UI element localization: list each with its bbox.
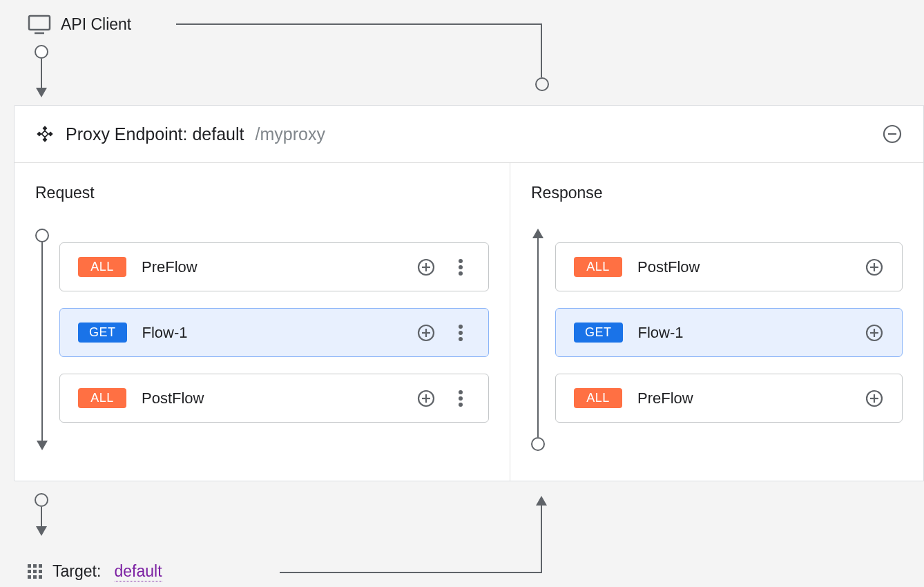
svg-marker-6 xyxy=(41,131,48,137)
request-heading: Request xyxy=(35,184,489,202)
svg-rect-40 xyxy=(33,570,37,573)
svg-rect-44 xyxy=(39,575,42,579)
add-step-button[interactable] xyxy=(416,323,436,343)
connector-endpoint-to-target xyxy=(35,493,48,541)
svg-point-14 xyxy=(459,271,463,276)
flow-label: Flow-1 xyxy=(142,324,188,342)
svg-rect-0 xyxy=(29,16,50,30)
flow-label: PostFlow xyxy=(142,389,204,407)
response-flow-item[interactable]: ALLPostFlow xyxy=(555,242,903,291)
svg-point-19 xyxy=(459,331,463,335)
svg-point-13 xyxy=(459,265,463,269)
svg-point-24 xyxy=(459,390,463,394)
svg-point-12 xyxy=(459,259,463,263)
endpoint-path: /myproxy xyxy=(256,124,325,144)
svg-point-26 xyxy=(459,403,463,407)
add-step-button[interactable] xyxy=(416,389,436,408)
flow-menu-button[interactable] xyxy=(451,323,470,343)
flow-label: PreFlow xyxy=(142,258,198,276)
connector-target-to-response xyxy=(280,497,542,577)
svg-rect-38 xyxy=(39,564,42,568)
flow-label: PostFlow xyxy=(637,258,700,276)
flow-label: Flow-1 xyxy=(638,324,684,342)
flow-method-tag: ALL xyxy=(78,257,126,277)
svg-rect-37 xyxy=(33,564,37,568)
request-flow-item[interactable]: GETFlow-1 xyxy=(59,308,489,357)
target-row: Target: default xyxy=(28,562,162,581)
flow-method-tag: GET xyxy=(574,323,623,343)
flow-method-tag: ALL xyxy=(78,388,126,408)
response-flow-item[interactable]: ALLPreFlow xyxy=(555,374,903,423)
svg-point-20 xyxy=(459,337,463,341)
flow-method-tag: ALL xyxy=(574,257,622,277)
response-panel: Response ALLPostFlowGETFlow-1ALLPreFlow xyxy=(510,163,923,481)
flow-menu-button[interactable] xyxy=(451,389,470,408)
response-flow-item[interactable]: GETFlow-1 xyxy=(555,308,903,357)
target-label-key: Target: xyxy=(52,562,101,580)
svg-rect-42 xyxy=(28,575,31,579)
request-flow-rail xyxy=(35,229,49,456)
target-link[interactable]: default xyxy=(115,562,162,581)
monitor-icon xyxy=(28,14,51,35)
connector-client-to-response xyxy=(176,23,542,89)
connector-client-to-endpoint xyxy=(35,45,48,104)
proxy-endpoint-card: Proxy Endpoint: default /myproxy Request… xyxy=(14,105,924,481)
api-client-label: API Client xyxy=(61,15,131,34)
add-step-button[interactable] xyxy=(865,323,884,343)
add-step-button[interactable] xyxy=(865,258,884,277)
svg-rect-39 xyxy=(28,570,31,573)
svg-point-25 xyxy=(459,396,463,401)
flow-method-tag: GET xyxy=(78,323,127,343)
request-panel: Request ALLPreFlowGETFlow-1ALLPostFlow xyxy=(15,163,510,481)
svg-rect-43 xyxy=(33,575,37,579)
request-flow-item[interactable]: ALLPreFlow xyxy=(59,242,489,291)
svg-rect-36 xyxy=(28,564,31,568)
add-step-button[interactable] xyxy=(865,389,884,408)
flow-method-tag: ALL xyxy=(574,388,622,408)
grid-icon xyxy=(28,564,43,579)
collapse-button[interactable] xyxy=(882,124,903,144)
endpoint-title: Proxy Endpoint: default xyxy=(66,124,244,144)
flow-menu-button[interactable] xyxy=(451,258,470,277)
flow-label: PreFlow xyxy=(637,389,693,407)
proxy-endpoint-header: Proxy Endpoint: default /myproxy xyxy=(15,106,923,163)
endpoint-title-prefix: Proxy Endpoint: xyxy=(66,124,188,144)
svg-point-18 xyxy=(459,325,463,329)
endpoint-name: default xyxy=(192,124,244,144)
api-client-row: API Client xyxy=(28,14,131,35)
response-flow-rail xyxy=(531,229,545,456)
add-step-button[interactable] xyxy=(416,258,436,277)
response-heading: Response xyxy=(531,184,903,202)
svg-rect-41 xyxy=(39,570,42,573)
endpoint-icon xyxy=(35,124,55,144)
request-flow-item[interactable]: ALLPostFlow xyxy=(59,374,489,423)
